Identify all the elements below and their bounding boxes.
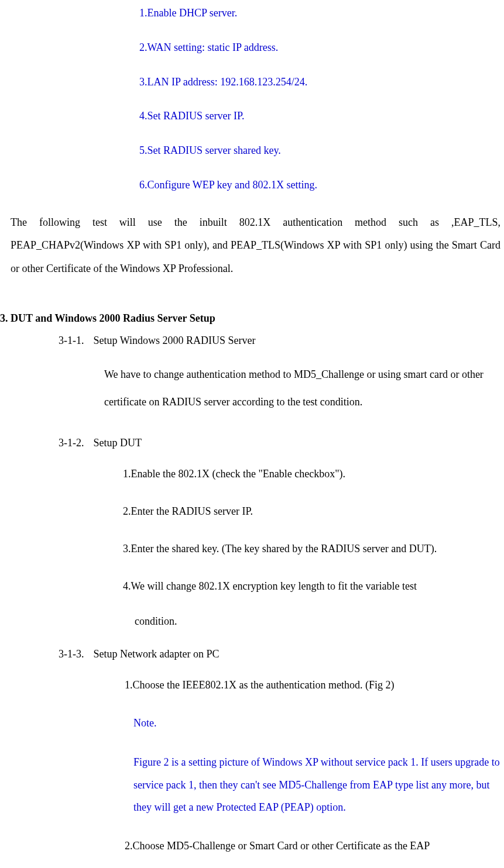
config-step-4: 4.Set RADIUS server IP.	[139, 108, 500, 125]
note-text: Figure 2 is a setting picture of Windows…	[133, 751, 500, 819]
subsection-title: Setup Windows 2000 RADIUS Server	[94, 335, 256, 346]
note-label: Note.	[133, 712, 500, 735]
dut-step-4-cont: condition.	[135, 613, 500, 630]
pc-step-2: 2.Choose MD5-Challenge or Smart Card or …	[125, 835, 500, 856]
dut-step-3: 3.Enter the shared key. (The key shared …	[123, 538, 500, 559]
dut-step-2: 2.Enter the RADIUS server IP.	[123, 501, 500, 522]
dut-step-1: 1.Enable the 802.1X (check the "Enable c…	[123, 463, 500, 484]
subsection-3-1-1: 3-1-1. Setup Windows 2000 RADIUS Server	[59, 332, 500, 349]
subsection-3-1-3: 3-1-3. Setup Network adapter on PC	[59, 646, 500, 663]
pc-step-1: 1.Choose the IEEE802.1X as the authentic…	[125, 674, 500, 695]
subsection-3-1-2: 3-1-2. Setup DUT	[59, 435, 500, 452]
config-step-1: 1.Enable DHCP server.	[139, 5, 500, 22]
config-step-3: 3.LAN IP address: 192.168.123.254/24.	[139, 74, 500, 91]
subsection-title: Setup Network adapter on PC	[94, 648, 220, 660]
subsection-title: Setup DUT	[94, 437, 142, 449]
config-step-6: 6.Configure WEP key and 802.1X setting.	[139, 177, 500, 194]
config-step-2: 2.WAN setting: static IP address.	[139, 39, 500, 56]
main-paragraph: The following test will use the inbuilt …	[11, 211, 500, 281]
subsection-label: 3-1-3.	[59, 646, 91, 663]
subsection-label: 3-1-2.	[59, 435, 91, 452]
dut-step-4: 4.We will change 802.1X encryption key l…	[123, 576, 500, 597]
section-header: 3. DUT and Windows 2000 Radius Server Se…	[0, 310, 500, 327]
config-step-5: 5.Set RADIUS server shared key.	[139, 142, 500, 159]
subsection-3-1-1-desc: We have to change authentication method …	[104, 361, 500, 416]
subsection-label: 3-1-1.	[59, 332, 91, 349]
